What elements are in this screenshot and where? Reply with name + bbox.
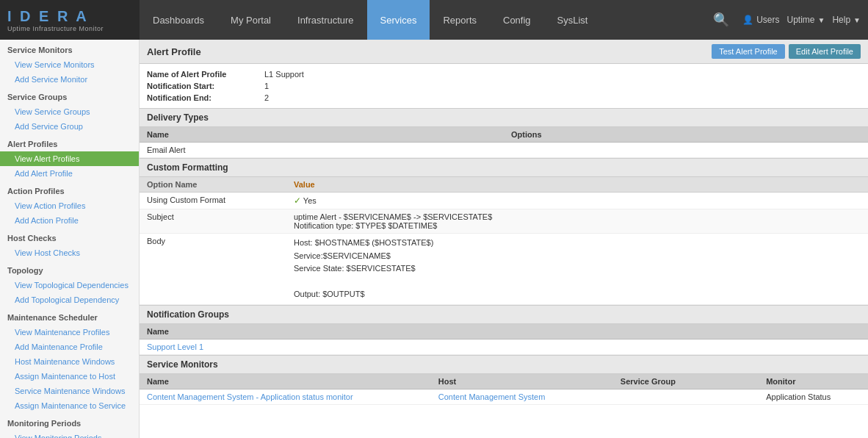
nav-infrastructure[interactable]: Infrastructure	[284, 0, 367, 40]
search-button[interactable]: 🔍	[707, 6, 735, 34]
sm-col-service-group: Service Group	[613, 374, 759, 389]
help-menu[interactable]: Help ▼	[832, 15, 861, 25]
test-alert-profile-button[interactable]: Test Alert Profile	[712, 44, 784, 59]
nav-syslist[interactable]: SysList	[544, 0, 601, 40]
table-row: Email Alert	[140, 143, 868, 158]
nav-services[interactable]: Services	[367, 0, 430, 40]
main-nav: Dashboards My Portal Infrastructure Serv…	[140, 0, 700, 40]
sm-host-cell: Content Management System	[431, 389, 613, 404]
sidebar-section-service-groups: Service Groups	[0, 87, 139, 104]
profile-name-row: Name of Alert Profile L1 Support	[147, 68, 861, 80]
users-label: Users	[756, 15, 779, 25]
notif-start-row: Notification Start: 1	[147, 80, 861, 92]
sidebar-link-add-alert-profile[interactable]: Add Alert Profile	[0, 166, 139, 181]
cf-value-subject: uptime Alert - $SERVICENAME$ -> $SERVICE…	[286, 209, 868, 234]
uptime-arrow-icon: ▼	[818, 16, 825, 24]
logo: I D E R A Uptime Infrastructure Monitor	[0, 0, 140, 40]
profile-name-value: L1 Support	[264, 70, 304, 79]
sm-name-link[interactable]: Content Management System - Application …	[147, 392, 353, 401]
sidebar-link-host-maintenance-windows[interactable]: Host Maintenance Windows	[0, 354, 139, 369]
cf-option-body: Body	[140, 234, 286, 305]
custom-formatting-table: Option Name Value Using Custom Format ✓ …	[140, 177, 868, 305]
profile-info: Name of Alert Profile L1 Support Notific…	[140, 64, 868, 108]
content-header: Alert Profile Test Alert Profile Edit Al…	[140, 40, 868, 64]
nav-myportal[interactable]: My Portal	[217, 0, 284, 40]
cf-col-value: Value	[286, 177, 868, 193]
custom-formatting-header: Custom Formatting	[140, 158, 868, 177]
users-menu[interactable]: 👤 Users	[742, 15, 779, 25]
logo-brand: I D E R A	[7, 8, 104, 25]
table-row: Support Level 1	[140, 339, 868, 354]
sidebar-link-add-service-monitor[interactable]: Add Service Monitor	[0, 72, 139, 87]
logo-subtitle: Uptime Infrastructure Monitor	[7, 25, 104, 32]
sm-host-link[interactable]: Content Management System	[438, 392, 546, 401]
service-monitors-header: Service Monitors	[140, 355, 868, 374]
header-buttons: Test Alert Profile Edit Alert Profile	[712, 44, 861, 59]
nav-reports[interactable]: Reports	[430, 0, 490, 40]
sidebar-link-assign-maintenance-host[interactable]: Assign Maintenance to Host	[0, 369, 139, 384]
nav-config[interactable]: Config	[490, 0, 544, 40]
sidebar-link-add-service-group[interactable]: Add Service Group	[0, 119, 139, 134]
sidebar-link-view-host-checks[interactable]: View Host Checks	[0, 245, 139, 260]
notif-end-value: 2	[264, 93, 269, 102]
main-content: Alert Profile Test Alert Profile Edit Al…	[140, 40, 868, 438]
sm-monitor-cell: Application Status	[759, 389, 868, 404]
sm-service-group-cell	[613, 389, 759, 404]
sidebar-link-add-maintenance-profile[interactable]: Add Maintenance Profile	[0, 340, 139, 354]
profile-name-label: Name of Alert Profile	[147, 70, 264, 79]
delivery-name-cell: Email Alert	[140, 143, 504, 158]
notif-end-label: Notification End:	[147, 93, 264, 102]
sidebar-section-maintenance: Maintenance Scheduler	[0, 307, 139, 325]
notif-end-row: Notification End: 2	[147, 92, 861, 104]
sidebar-link-view-service-groups[interactable]: View Service Groups	[0, 104, 139, 119]
sm-col-monitor: Monitor	[759, 374, 868, 389]
sm-col-name: Name	[140, 374, 431, 389]
notif-start-value: 1	[264, 82, 269, 90]
cf-value-custom-format: ✓ Yes	[286, 193, 868, 209]
cf-option-subject: Subject	[140, 209, 286, 234]
sidebar-link-view-service-monitors[interactable]: View Service Monitors	[0, 57, 139, 72]
table-row: Subject uptime Alert - $SERVICENAME$ -> …	[140, 209, 868, 234]
page-title: Alert Profile	[147, 46, 201, 57]
users-icon: 👤	[742, 15, 753, 25]
edit-alert-profile-button[interactable]: Edit Alert Profile	[789, 44, 861, 59]
sidebar-link-service-maintenance-windows[interactable]: Service Maintenance Windows	[0, 384, 139, 398]
nav-dashboards[interactable]: Dashboards	[140, 0, 217, 40]
ng-name-cell: Support Level 1	[140, 339, 868, 354]
sm-name-cell: Content Management System - Application …	[140, 389, 431, 404]
cf-col-option: Option Name	[140, 177, 286, 193]
table-row: Using Custom Format ✓ Yes	[140, 193, 868, 209]
table-row: Body Host: $HOSTNAME$ ($HOSTSTATE$) Serv…	[140, 234, 868, 305]
sidebar-link-view-action-profiles[interactable]: View Action Profiles	[0, 198, 139, 213]
delivery-col-name: Name	[140, 127, 504, 143]
delivery-types-header: Delivery Types	[140, 108, 868, 127]
delivery-options-cell	[504, 143, 868, 158]
table-row: Content Management System - Application …	[140, 389, 868, 404]
sidebar-section-service-monitors: Service Monitors	[0, 40, 139, 57]
nav-right: 🔍 👤 Users Uptime ▼ Help ▼	[700, 0, 868, 40]
support-level-link[interactable]: Support Level 1	[147, 342, 203, 351]
help-arrow-icon: ▼	[853, 16, 861, 24]
sidebar-link-view-maintenance-profiles[interactable]: View Maintenance Profiles	[0, 325, 139, 340]
sidebar-link-add-action-profile[interactable]: Add Action Profile	[0, 213, 139, 228]
cf-option-custom-format: Using Custom Format	[140, 193, 286, 209]
check-icon: ✓	[294, 195, 301, 206]
ng-col-name: Name	[140, 324, 868, 340]
delivery-types-table: Name Options Email Alert	[140, 127, 868, 158]
delivery-col-options: Options	[504, 127, 868, 143]
sidebar-link-view-monitoring-periods[interactable]: View Monitoring Periods	[0, 431, 139, 438]
notification-groups-table: Name Support Level 1	[140, 324, 868, 355]
sidebar-section-monitoring-periods: Monitoring Periods	[0, 413, 139, 431]
help-label: Help	[832, 15, 850, 25]
sidebar-section-action-profiles: Action Profiles	[0, 181, 139, 198]
sidebar-link-assign-maintenance-service[interactable]: Assign Maintenance to Service	[0, 398, 139, 413]
uptime-menu[interactable]: Uptime ▼	[786, 15, 825, 25]
sidebar-section-alert-profiles: Alert Profiles	[0, 134, 139, 151]
sidebar-link-add-topological-dep[interactable]: Add Topological Dependency	[0, 292, 139, 307]
sidebar-link-view-topological-deps[interactable]: View Topological Dependencies	[0, 278, 139, 292]
sidebar-link-view-alert-profiles[interactable]: View Alert Profiles	[0, 151, 139, 166]
sidebar: Service Monitors View Service Monitors A…	[0, 40, 140, 438]
sm-col-host: Host	[431, 374, 613, 389]
sidebar-section-topology: Topology	[0, 260, 139, 278]
notif-start-label: Notification Start:	[147, 82, 264, 90]
